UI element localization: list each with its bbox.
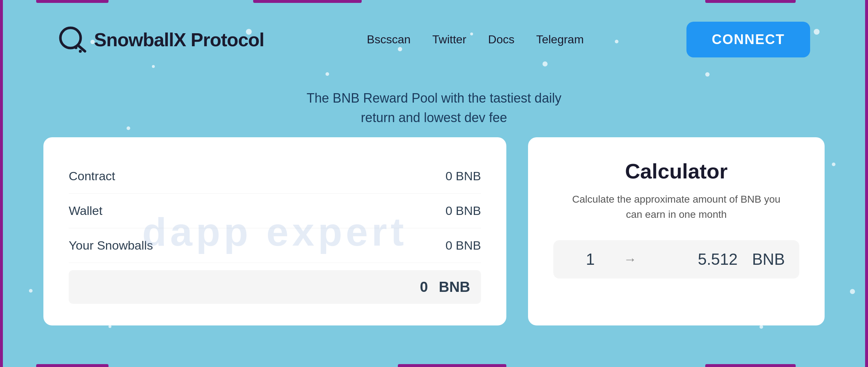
stat-value-snowballs: 0 BNB xyxy=(446,238,481,252)
border-bottom-right xyxy=(705,364,796,367)
logo-icon xyxy=(58,25,87,54)
connect-button[interactable]: CONNECT xyxy=(686,22,810,57)
svg-point-2 xyxy=(75,46,77,49)
tagline: The BNB Reward Pool with the tastiest da… xyxy=(307,88,561,128)
nav-twitter[interactable]: Twitter xyxy=(432,33,466,46)
nav-links: Bscscan Twitter Docs Telegram xyxy=(367,33,584,46)
cards-area: dapp expert Contract 0 BNB Wallet 0 BNB … xyxy=(43,137,825,325)
border-top-right xyxy=(705,0,796,3)
header: SnowballX Protocol Bscscan Twitter Docs … xyxy=(0,22,868,57)
stat-row-wallet: Wallet 0 BNB xyxy=(69,194,481,228)
nav-bscscan[interactable]: Bscscan xyxy=(367,33,410,46)
calculator-card: Calculator Calculate the approximate amo… xyxy=(528,137,825,325)
calculator-title: Calculator xyxy=(553,159,799,183)
tagline-line1: The BNB Reward Pool with the tastiest da… xyxy=(307,88,561,108)
calculator-description: Calculate the approximate amount of BNB … xyxy=(553,192,799,222)
calculator-result-unit: BNB xyxy=(752,250,785,268)
calculator-arrow: → xyxy=(624,252,637,267)
logo-area: SnowballX Protocol xyxy=(58,25,264,54)
calculator-input-value[interactable]: 1 xyxy=(568,250,613,268)
nav-telegram[interactable]: Telegram xyxy=(536,33,584,46)
border-bottom-left xyxy=(36,364,109,367)
svg-point-3 xyxy=(79,50,82,53)
total-row: 0 BNB xyxy=(69,270,481,304)
stat-value-contract: 0 BNB xyxy=(446,169,481,183)
stat-row-snowballs: Your Snowballs 0 BNB xyxy=(69,228,481,263)
border-top-center xyxy=(253,0,362,3)
stat-label-snowballs: Your Snowballs xyxy=(69,238,153,252)
border-bottom-center xyxy=(398,364,506,367)
total-number: 0 xyxy=(420,279,428,295)
stat-row-contract: Contract 0 BNB xyxy=(69,159,481,194)
total-unit: BNB xyxy=(439,279,470,295)
tagline-line2: return and lowest dev fee xyxy=(307,108,561,128)
stat-label-contract: Contract xyxy=(69,169,115,183)
border-top-left xyxy=(36,0,109,3)
logo-text: SnowballX Protocol xyxy=(94,29,264,51)
stat-label-wallet: Wallet xyxy=(69,204,102,218)
nav-docs[interactable]: Docs xyxy=(488,33,515,46)
calculator-input-row: 1 → 5.512 BNB xyxy=(553,240,799,279)
stat-value-wallet: 0 BNB xyxy=(446,204,481,218)
calculator-result-value: 5.512 xyxy=(648,250,738,268)
stats-card: dapp expert Contract 0 BNB Wallet 0 BNB … xyxy=(43,137,506,325)
